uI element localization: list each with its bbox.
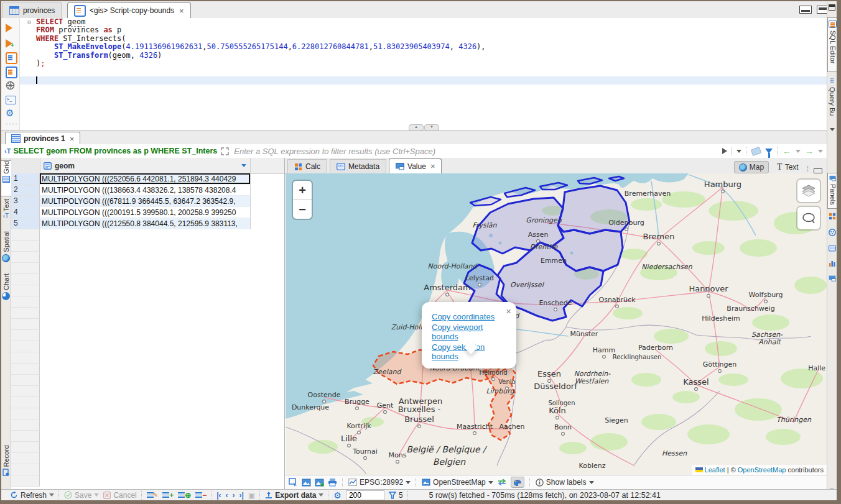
print-icon[interactable]: [328, 478, 337, 487]
row-number[interactable]: 4: [11, 207, 40, 218]
ai-assistant-icon[interactable]: [6, 81, 15, 92]
lasso-select-control[interactable]: [797, 207, 820, 229]
duplicate-row-button[interactable]: ⊕: [178, 491, 191, 500]
rail-more-icon[interactable]: [830, 128, 835, 131]
map-view-toggle[interactable]: Map: [734, 161, 769, 173]
execute-statement-button[interactable]: [6, 23, 12, 32]
tab-value[interactable]: Value ×: [389, 158, 442, 173]
results-grid[interactable]: geom 1MULTIPOLYGON (((252056.6 442081.1,…: [11, 158, 284, 489]
tab-calc[interactable]: Calc: [287, 159, 327, 173]
style-palette-button[interactable]: [511, 477, 524, 488]
fetch-size-indicator[interactable]: 5: [389, 491, 403, 500]
save-picture-as-icon[interactable]: [315, 479, 324, 487]
settings-gear-icon[interactable]: ⚙: [333, 490, 342, 500]
panel-calc-icon[interactable]: [829, 213, 836, 222]
close-icon[interactable]: ×: [430, 162, 435, 171]
rail-tab-text[interactable]: Text ‹T: [1, 199, 11, 226]
code-line[interactable]: [20, 76, 827, 85]
script-blue-icon[interactable]: [6, 66, 17, 78]
row-number[interactable]: 2: [11, 185, 40, 196]
panel-metadata-icon[interactable]: [829, 245, 836, 254]
save-picture-icon[interactable]: [302, 479, 311, 487]
rail-tab-query-builder[interactable]: ⠿ Query Bu: [827, 77, 837, 123]
cancel-button[interactable]: Cancel: [103, 491, 136, 500]
back-dropdown-icon[interactable]: [796, 150, 801, 153]
rail-tab-sql-editor[interactable]: SQL Editor: [827, 17, 837, 72]
filter-input-placeholder[interactable]: Enter a SQL expression to filter results…: [234, 147, 722, 156]
history-back-icon[interactable]: ←: [783, 146, 791, 156]
minimize-panel-icon[interactable]: [814, 168, 822, 173]
table-row[interactable]: MULTIPOLYGON (((252056.6 442081.1, 25189…: [40, 173, 251, 185]
panel-references-icon[interactable]: [829, 260, 836, 269]
edit-value-button[interactable]: ✎: [147, 492, 158, 498]
first-row-icon[interactable]: |‹: [216, 491, 221, 500]
previous-row-icon[interactable]: ‹: [226, 491, 228, 500]
panel-menu-dots-icon[interactable]: ⁞: [807, 165, 809, 173]
text-view-toggle[interactable]: T Text: [773, 161, 803, 173]
popup-link[interactable]: Copy coordinates: [432, 312, 509, 321]
row-number[interactable]: 3: [11, 196, 40, 207]
code-line[interactable]: FROM provinces as p: [20, 26, 827, 34]
row-limit-input[interactable]: [346, 490, 384, 500]
copy-as-picture-icon[interactable]: [289, 478, 298, 487]
panel-aggregate-icon[interactable]: [829, 229, 836, 238]
leaflet-link[interactable]: Leaflet: [705, 466, 725, 474]
rail-tab-spatial[interactable]: Spatial: [1, 231, 11, 268]
code-line[interactable]: ⊖SELECT geom: [20, 18, 827, 26]
layers-control[interactable]: [797, 180, 820, 202]
table-row[interactable]: MULTIPOLYGON (((212550.8 384044.5, 21259…: [40, 218, 251, 229]
table-row[interactable]: MULTIPOLYGON (((138663.4 438326.2, 13857…: [40, 185, 251, 196]
applied-filter-text[interactable]: SELECT geom FROM provinces as p WHERE ST…: [13, 147, 217, 155]
sql-code-lines[interactable]: ⊖SELECT geom FROM provinces as p WHERE S…: [20, 18, 827, 131]
gear-icon[interactable]: ⚙: [6, 108, 14, 119]
row-number[interactable]: 5: [11, 218, 40, 229]
column-header-geom[interactable]: geom: [40, 158, 251, 173]
zoom-out-button[interactable]: −: [293, 199, 312, 219]
execute-script-button[interactable]: +: [6, 39, 16, 48]
forward-dropdown-icon[interactable]: [818, 150, 823, 153]
next-row-icon[interactable]: ›: [233, 491, 235, 500]
table-row[interactable]: MULTIPOLYGON (((67811.9 366445.5, 63647.…: [40, 196, 251, 207]
code-line[interactable]: );: [20, 60, 827, 68]
code-line[interactable]: [20, 68, 827, 76]
rail-tab-record[interactable]: Record: [1, 445, 11, 483]
rail-tab-chart[interactable]: Chart: [1, 273, 11, 306]
tab-metadata[interactable]: Metadata: [330, 159, 386, 173]
restore-editor-icon[interactable]: [829, 4, 835, 11]
tab-provinces[interactable]: provinces: [2, 2, 62, 18]
grid-corner[interactable]: [11, 158, 40, 173]
column-sort-icon[interactable]: [241, 164, 246, 167]
show-labels-selector[interactable]: Show labels: [536, 478, 594, 487]
expand-filter-icon[interactable]: [221, 147, 229, 155]
filter-dropdown-icon[interactable]: [736, 150, 741, 153]
minimize-button[interactable]: [799, 6, 812, 14]
crs-selector[interactable]: EPSG:28992: [348, 478, 411, 487]
popup-link[interactable]: Copy viewport bounds: [432, 323, 509, 341]
leaflet-map[interactable]: HamburgBremerhavenOldenburgBremenHannove…: [286, 173, 827, 475]
basemap-selector[interactable]: OpenStreetMap: [422, 478, 493, 487]
close-icon[interactable]: ×: [70, 134, 75, 144]
code-line[interactable]: ST_Transform(geom, 4326): [20, 52, 827, 60]
tab-provinces-1[interactable]: provinces 1 ×: [5, 132, 80, 145]
save-button[interactable]: Save: [64, 491, 99, 500]
popup-close-icon[interactable]: ×: [506, 306, 511, 316]
zoom-in-button[interactable]: +: [293, 181, 312, 199]
more-dots-icon[interactable]: ····: [6, 119, 18, 128]
apply-filter-icon[interactable]: [722, 148, 727, 154]
swap-view-icon[interactable]: [497, 479, 507, 486]
script-orange-icon[interactable]: [6, 52, 17, 64]
terminal-icon[interactable]: >_: [6, 95, 16, 104]
row-number[interactable]: 1: [11, 173, 40, 185]
filter-funnel-icon[interactable]: [765, 149, 773, 153]
table-row[interactable]: MULTIPOLYGON (((200191.5 399580.1, 20025…: [40, 207, 251, 218]
focus-row-icon[interactable]: ▣: [248, 491, 255, 500]
export-data-button[interactable]: Export data: [265, 491, 323, 500]
code-line[interactable]: WHERE ST_Intersects(: [20, 35, 827, 43]
osm-link[interactable]: OpenStreetMap: [738, 466, 786, 474]
add-row-button[interactable]: +: [162, 491, 174, 500]
clear-filter-icon[interactable]: [751, 146, 762, 155]
close-icon[interactable]: ×: [179, 6, 184, 16]
history-forward-icon[interactable]: →: [805, 146, 814, 156]
tab-script-copy-bounds[interactable]: <gis> Script-copy-bounds ×: [67, 2, 191, 18]
rail-tab-grid[interactable]: Grid: [1, 160, 12, 196]
